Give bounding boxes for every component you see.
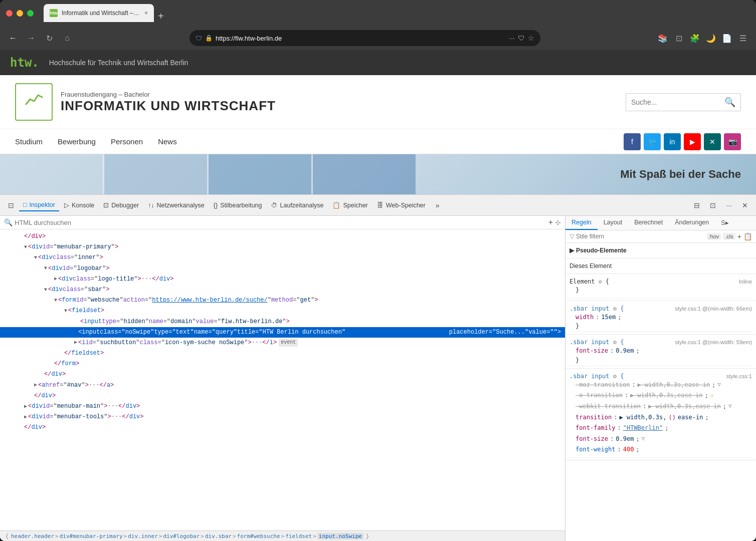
tab-close-button[interactable]: ×	[144, 10, 148, 17]
breadcrumb-next[interactable]: 〉	[364, 532, 370, 539]
sidebar-icon[interactable]: ⊡	[672, 31, 686, 45]
devtools-dock-side[interactable]: ⊡	[706, 198, 720, 212]
rules-tab-more[interactable]: S▸	[715, 216, 734, 230]
html-add-node-button[interactable]: +	[548, 218, 553, 227]
devtools-tab-performance[interactable]: ⏱ Laufzeitanalyse	[267, 200, 328, 211]
tree-node-close-fieldset[interactable]: </fieldset>	[0, 348, 565, 359]
tree-expand-collapsed[interactable]: ▶	[24, 403, 27, 411]
breadcrumb-div-inner[interactable]: div.inner	[128, 533, 158, 539]
reader-icon[interactable]: 🌙	[704, 31, 718, 45]
devtools-tab-style[interactable]: {} Stilbearbeitung	[210, 200, 266, 211]
filter-add-button[interactable]: +	[737, 232, 741, 240]
breadcrumb-input[interactable]: input.noSwipe	[317, 533, 363, 539]
new-tab-button[interactable]: +	[158, 11, 164, 22]
tree-node-inner[interactable]: ▼ <div class="inner" >	[0, 252, 565, 263]
tree-expand-arrow[interactable]: ▼	[44, 286, 47, 294]
filter-pseudo-cls[interactable]: .cls	[723, 233, 735, 240]
breadcrumb-form[interactable]: form#websuche	[237, 533, 280, 539]
facebook-button[interactable]: f	[624, 133, 641, 150]
browser-tab[interactable]: htw Informatik und Wirtschaft – Fra… ×	[44, 4, 154, 22]
html-search-input[interactable]	[15, 219, 546, 226]
reload-button[interactable]: ↻	[42, 31, 56, 45]
nav-item-personen[interactable]: Personen	[111, 130, 143, 153]
tree-node-close-form[interactable]: </form>	[0, 359, 565, 369]
tree-expand-arrow[interactable]: ▼	[44, 264, 47, 273]
html-pick-element-button[interactable]: ⊹	[555, 218, 561, 226]
devtools-tab-memory[interactable]: 📋 Speicher	[328, 199, 371, 211]
tree-expand-collapsed[interactable]: ▶	[24, 413, 27, 421]
tree-node-menubar-tools[interactable]: ▶ <div id="menubar-tools" > ··· </div>	[0, 412, 565, 422]
tree-node-close-div2[interactable]: </div>	[0, 369, 565, 380]
tree-node-sbar[interactable]: ▼ <div class="sbar" >	[0, 285, 565, 295]
tree-expand-collapsed[interactable]: ▶	[54, 275, 57, 283]
youtube-button[interactable]: ▶	[684, 133, 701, 150]
tree-node-final-close[interactable]: </div>	[0, 422, 565, 433]
tree-node-suchbutton[interactable]: ▶ <i id="suchbutton" class="icon-sym-suc…	[0, 338, 565, 348]
tree-node-close-div[interactable]: </div>	[0, 231, 565, 242]
event-badge[interactable]: event	[279, 339, 298, 347]
tree-expand-collapsed[interactable]: ▶	[74, 339, 77, 347]
devtools-tab-debugger[interactable]: ⊡ Debugger	[99, 199, 143, 211]
tree-node-fieldset[interactable]: ▼ <fieldset >	[0, 306, 565, 316]
url-options-icon[interactable]: ···	[509, 34, 515, 42]
nav-item-studium[interactable]: Studium	[15, 130, 43, 153]
tree-expand-arrow[interactable]: ▼	[64, 307, 67, 315]
rules-tab-layout[interactable]: Layout	[598, 216, 629, 230]
filter-save-button[interactable]: 📋	[743, 232, 752, 240]
filter-pseudo-hov[interactable]: :hov	[707, 233, 721, 240]
tree-node-logo-title[interactable]: ▶ <div class="logo-title" > ··· </div>	[0, 274, 565, 285]
tree-expand-arrow[interactable]: ▼	[34, 254, 37, 262]
tree-node-a-nav[interactable]: ▶ <a href="#nav" > ··· </a>	[0, 380, 565, 391]
tree-expand-arrow[interactable]: ▼	[24, 243, 27, 251]
devtools-close[interactable]: ✕	[738, 198, 752, 212]
tree-node-menubar-primary[interactable]: ▼ <div id="menubar-primary" >	[0, 242, 565, 252]
minimize-button[interactable]	[17, 10, 23, 17]
devtools-tab-network[interactable]: ↑↓ Netzwerkanalyse	[144, 200, 209, 211]
home-button[interactable]: ⌂	[60, 31, 74, 45]
tree-expand-arrow[interactable]: ▼	[54, 297, 57, 305]
forward-button[interactable]: →	[24, 31, 38, 45]
nav-item-news[interactable]: News	[158, 130, 177, 153]
devtools-options[interactable]: ···	[722, 198, 736, 212]
breadcrumb-prev[interactable]: 〈	[4, 532, 10, 539]
breadcrumb-fieldset[interactable]: fieldset	[285, 533, 312, 539]
extension-icon[interactable]: 🧩	[688, 31, 702, 45]
nav-item-bewerbung[interactable]: Bewerbung	[58, 130, 96, 153]
tree-node-menubar-main[interactable]: ▶ <div id="menubar-main" > ··· </div>	[0, 401, 565, 412]
url-bar[interactable]: 🛡 🔒 https://fiw.htw-berlin.de ··· 🛡 ☆	[190, 30, 540, 46]
twitter-button[interactable]: 🐦	[644, 133, 661, 150]
menu-icon[interactable]: ☰	[736, 31, 750, 45]
tree-node-close-inner[interactable]: </div>	[0, 391, 565, 401]
breadcrumb-logobar[interactable]: div#logobar	[163, 533, 200, 539]
bookmark-icon[interactable]: ☆	[528, 34, 534, 42]
tree-node-input-hidden[interactable]: <input type="hidden" name="domain" value…	[0, 317, 565, 327]
rules-tab-berechnet[interactable]: Berechnet	[628, 216, 669, 230]
search-box[interactable]: 🔍	[626, 93, 741, 111]
xing-button[interactable]: ✕	[704, 133, 721, 150]
maximize-button[interactable]	[27, 10, 34, 17]
tree-node-logobar[interactable]: ▼ <div id="logobar" >	[0, 263, 565, 274]
search-input[interactable]	[631, 98, 724, 106]
tree-expand-collapsed[interactable]: ▶	[34, 381, 37, 389]
tree-node-input-selected[interactable]: <input class="noSwipe" type="text" name=…	[0, 327, 565, 338]
breadcrumb-menubar-primary[interactable]: div#menubar-primary	[60, 533, 123, 539]
instagram-button[interactable]: 📷	[724, 133, 741, 150]
linkedin-button[interactable]: in	[664, 133, 681, 150]
pseudo-elements-title[interactable]: ▶ Pseudo-Elemente	[570, 245, 752, 256]
breadcrumb-header[interactable]: header.header	[11, 533, 54, 539]
library-icon[interactable]: 📚	[656, 31, 670, 45]
devtools-more-tools[interactable]: »	[431, 198, 445, 212]
tree-node-form[interactable]: ▼ <form id="websuche" action="https://ww…	[0, 295, 565, 306]
back-button[interactable]: ←	[6, 31, 20, 45]
devtools-tab-storage[interactable]: 🗄 Web-Speicher	[373, 200, 430, 211]
devtools-tab-console[interactable]: ▷ Konsole	[60, 199, 98, 211]
devtools-dock-bottom[interactable]: ⊟	[690, 198, 704, 212]
devtools-tab-inspector[interactable]: □ Inspektor	[19, 199, 59, 211]
rules-tab-regeln[interactable]: Regeln	[565, 216, 598, 230]
breadcrumb-sbar[interactable]: div.sbar	[205, 533, 232, 539]
close-button[interactable]	[6, 10, 13, 17]
rules-tab-aenderungen[interactable]: Änderungen	[669, 216, 715, 230]
devtools-select-tool[interactable]: ⊡	[4, 198, 18, 212]
filter-input[interactable]	[576, 233, 705, 240]
pdf-icon[interactable]: 📄	[720, 31, 734, 45]
